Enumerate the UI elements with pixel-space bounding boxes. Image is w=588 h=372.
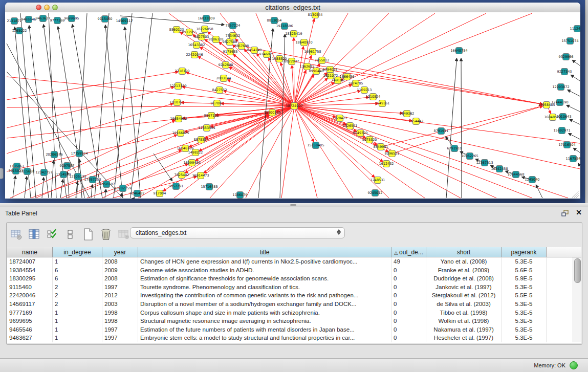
graph-node-yellow[interactable]: 16961758	[304, 49, 321, 55]
graph-edge[interactable]	[294, 13, 532, 106]
table-cell[interactable]: 2008	[102, 257, 138, 266]
table-row[interactable]: 969969511998Structural magnetic resonanc…	[7, 317, 581, 325]
table-cell[interactable]: 2003	[102, 300, 138, 309]
graph-node-teal[interactable]: 6791910	[447, 145, 462, 152]
table-scrollbar-thumb[interactable]	[574, 258, 581, 283]
graph-node-teal[interactable]: 1214519	[56, 171, 71, 178]
graph-edge[interactable]	[134, 198, 135, 198]
graph-node-yellow[interactable]: 1549361	[375, 100, 390, 107]
table-cell[interactable]: 9777169	[7, 309, 53, 317]
table-cell[interactable]: 1997	[102, 334, 138, 342]
table-cell[interactable]: de Silva et al. (2003)	[426, 300, 502, 309]
table-cell[interactable]: 5.3E-5	[502, 334, 547, 342]
graph-edge[interactable]	[571, 75, 580, 81]
close-panel-icon[interactable]: ✕	[576, 208, 582, 216]
table-cell[interactable]: 6	[53, 274, 102, 283]
table-cell[interactable]: 2008	[102, 274, 138, 283]
graph-edge[interactable]	[186, 72, 294, 106]
graph-node-yellow[interactable]: 16543382	[188, 42, 205, 49]
graph-edge[interactable]	[569, 134, 580, 139]
table-cell[interactable]: Estimation of significance thresholds fo…	[138, 274, 391, 283]
graph-edge[interactable]	[227, 80, 294, 106]
table-cell[interactable]: Hescheler et al. (1997)	[426, 334, 502, 342]
table-cell[interactable]: Corpus callosum shape and size in male p…	[138, 309, 391, 317]
graph-node-yellow[interactable]: 8878334	[194, 137, 209, 143]
graph-node-teal[interactable]: 1115668	[20, 168, 35, 175]
table-cell[interactable]: 5.3E-5	[502, 300, 547, 309]
graph-node-yellow[interactable]: 18325419	[285, 31, 302, 37]
graph-node-teal[interactable]: 9465546	[21, 16, 36, 23]
table-cell[interactable]: 0	[391, 309, 426, 317]
graph-edge[interactable]	[125, 27, 141, 198]
graph-node-teal[interactable]: 15751074	[561, 38, 578, 45]
column-header-out_de[interactable]: △out_de...	[391, 247, 426, 257]
table-cell[interactable]: Franke et al. (2009)	[426, 266, 502, 275]
graph-edge[interactable]	[138, 106, 294, 198]
graph-node-teal[interactable]: 7857224	[226, 23, 241, 29]
graph-node-yellow[interactable]: 18226058	[196, 26, 213, 33]
graph-node-teal[interactable]: 9699695	[64, 15, 79, 22]
graph-edge[interactable]	[7, 106, 294, 107]
graph-edge[interactable]	[567, 105, 580, 112]
graph-node-yellow[interactable]: 1248531	[371, 177, 385, 184]
graph-node-teal[interactable]: 15716485	[201, 184, 217, 190]
graph-node-teal[interactable]: 9115460	[98, 16, 113, 23]
network-canvas[interactable]: 2131871946554694636279777169969969591154…	[5, 12, 580, 199]
graph-node-yellow[interactable]: 1075320	[362, 137, 377, 143]
graph-node-teal[interactable]: 17016504	[558, 142, 575, 148]
table-cell[interactable]: 0	[391, 266, 426, 275]
graph-node-teal[interactable]: 9329966	[559, 54, 574, 60]
graph-node-yellow[interactable]: 22420046	[186, 52, 203, 58]
graph-edge[interactable]	[307, 67, 542, 104]
graph-node-teal[interactable]: 9245012	[368, 190, 383, 196]
table-cell[interactable]: 1	[53, 257, 102, 266]
graph-node-teal[interactable]: 10644568	[507, 171, 524, 178]
graph-edge[interactable]	[294, 13, 389, 106]
graph-edge[interactable]	[573, 60, 580, 65]
graph-edge[interactable]	[246, 106, 294, 198]
table-cell[interactable]: 0	[391, 300, 426, 309]
graph-node-teal[interactable]: 20206576	[46, 151, 62, 158]
graph-edge[interactable]	[60, 180, 63, 198]
table-cell[interactable]: 1	[53, 317, 102, 325]
graph-node-teal[interactable]: 8791911	[434, 128, 449, 135]
graph-edge[interactable]	[294, 47, 303, 106]
graph-node-teal[interactable]: 12367513	[476, 160, 493, 166]
table-cell[interactable]: 0	[391, 274, 426, 283]
graph-node-teal[interactable]: 9777169	[50, 17, 65, 24]
graph-node-yellow[interactable]: 16048522	[544, 114, 561, 121]
table-cell[interactable]: Changes of HCN gene expression and I(f) …	[138, 257, 391, 266]
table-row[interactable]: 911546021997Tourette syndrome. Phenomeno…	[7, 283, 581, 292]
table-cell[interactable]: 1	[53, 309, 102, 317]
graph-edge[interactable]	[294, 106, 461, 198]
graph-node-yellow[interactable]: 6794028	[323, 67, 338, 73]
resize-grip-icon[interactable]	[572, 191, 579, 198]
table-cell[interactable]: 5.3E-5	[502, 325, 547, 334]
table-cell[interactable]: Investigating the contribution of common…	[138, 291, 391, 300]
table-row[interactable]: 1938455462009Genome-wide association stu…	[7, 266, 581, 275]
graph-edge[interactable]	[7, 72, 123, 198]
graph-node-yellow[interactable]: 12213389	[169, 83, 186, 90]
graph-node-teal[interactable]: 16842458	[491, 166, 508, 172]
table-cell[interactable]: Stergiakouli et al. (2012)	[426, 291, 502, 300]
table-cell[interactable]: Nakamura et al. (1997)	[426, 325, 502, 334]
graph-edge[interactable]	[72, 25, 102, 198]
graph-edge[interactable]	[25, 177, 27, 198]
graph-node-teal[interactable]: 9857791	[169, 183, 184, 190]
table-row[interactable]: 946362711997Embryonic stem cells: a mode…	[7, 334, 581, 342]
table-cell[interactable]: 0	[391, 325, 426, 334]
table-cell[interactable]: Jankovic et al. (1997)	[426, 283, 502, 292]
graph-node-yellow[interactable]: 19166825	[172, 130, 189, 137]
table-cell[interactable]: 9463627	[7, 334, 53, 342]
table-cell[interactable]: 5.9E-5	[502, 274, 547, 283]
graph-edge[interactable]	[578, 163, 580, 166]
graph-edge[interactable]	[568, 90, 580, 96]
graph-node-yellow[interactable]: 1210824	[366, 94, 381, 100]
delete-table-icon[interactable]	[117, 228, 130, 241]
table-cell[interactable]: 9699695	[7, 317, 53, 325]
graph-edge[interactable]	[7, 72, 178, 100]
graph-edge[interactable]	[294, 106, 383, 162]
table-row[interactable]: 1830029562008Estimation of significance …	[7, 274, 581, 283]
table-cell[interactable]: Tibbo et al. (1998)	[426, 309, 502, 317]
graph-node-yellow[interactable]: 9242848	[219, 62, 233, 69]
